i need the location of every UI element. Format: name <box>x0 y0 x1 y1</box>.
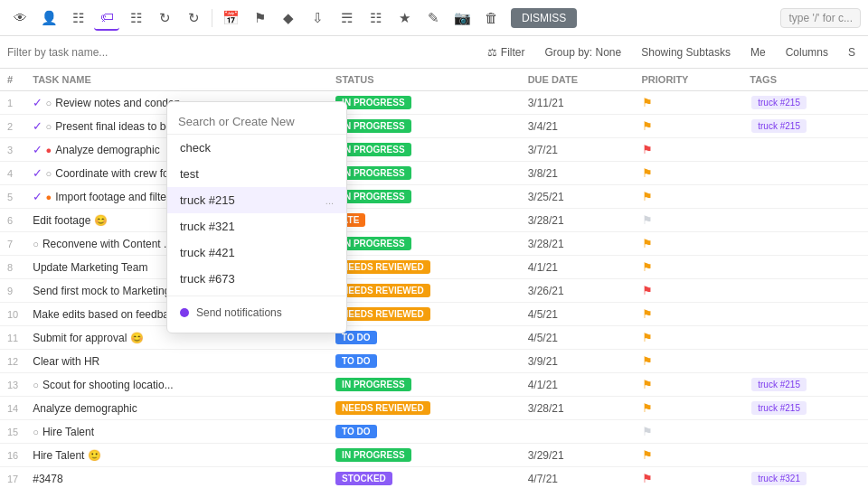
image-icon[interactable]: 📷 <box>449 5 475 31</box>
tag-icon[interactable]: 🏷 <box>94 5 119 31</box>
tags-cell[interactable] <box>742 256 868 279</box>
status-cell[interactable]: IN PROGRESS <box>328 444 521 467</box>
dropdown-item-truck673[interactable]: truck #673 <box>167 266 346 292</box>
priority-cell[interactable]: ⚑ <box>635 162 743 185</box>
tags-cell[interactable] <box>742 232 868 256</box>
item-actions-truck215[interactable]: ... <box>326 195 334 206</box>
dropdown-item-truck421[interactable]: truck #421 <box>167 239 346 266</box>
priority-cell[interactable]: ⚑ <box>635 185 743 209</box>
priority-cell[interactable]: ⚑ <box>635 397 743 420</box>
task-name-cell[interactable]: #3478 <box>25 467 328 489</box>
copy-icon[interactable]: ☴ <box>334 5 359 31</box>
col-task[interactable]: TASK NAME <box>25 69 328 91</box>
tags-cell[interactable] <box>742 185 868 209</box>
group-by-button[interactable]: Group by: None <box>540 44 627 61</box>
s-button[interactable]: S <box>843 44 861 61</box>
dropdown-search-area[interactable] <box>167 109 346 135</box>
export-icon[interactable]: ⇩ <box>305 5 330 31</box>
diamond-icon[interactable]: ◆ <box>276 5 301 31</box>
me-button[interactable]: Me <box>745 44 771 61</box>
col-status[interactable]: STATUS <box>328 69 521 91</box>
table-row[interactable]: 4 ✓ ○Coordinate with crew for cat. IN PR… <box>0 162 868 185</box>
priority-cell[interactable]: ⚑ <box>635 279 743 303</box>
status-cell[interactable]: STOCKED <box>328 467 521 489</box>
status-cell[interactable]: TO DO <box>328 420 521 444</box>
priority-cell[interactable]: ⚑ <box>635 350 743 373</box>
layers-icon[interactable]: ☷ <box>363 5 388 31</box>
subtasks-button[interactable]: Showing Subtasks <box>636 44 736 61</box>
eye-icon[interactable]: 👁 <box>7 5 33 31</box>
status-cell[interactable]: IN PROGRESS <box>328 138 521 162</box>
status-cell[interactable]: IN PROGRESS <box>328 373 521 397</box>
table-row[interactable]: 7 ○Reconvene with Content ... IN PROGRES… <box>0 232 868 256</box>
tags-cell[interactable] <box>742 162 868 185</box>
table-row[interactable]: 9 Send first mock to Marketing... NEEDS … <box>0 279 868 303</box>
status-cell[interactable]: TO DO <box>328 326 521 350</box>
grid-icon[interactable]: ☷ <box>65 5 90 31</box>
table-row[interactable]: 12 Clear with HR TO DO 3/9/21 ⚑ <box>0 350 868 373</box>
tags-cell[interactable] <box>742 138 868 162</box>
priority-cell[interactable]: ⚑ <box>635 467 743 489</box>
tags-cell[interactable]: truck #215 <box>742 115 868 138</box>
dismiss-button[interactable]: DISMISS <box>511 8 577 28</box>
priority-cell[interactable]: ⚑ <box>635 115 743 138</box>
table-row[interactable]: 5 ✓ ●Import footage and filter IN PROGRE… <box>0 185 868 209</box>
tags-cell[interactable] <box>742 209 868 232</box>
status-cell[interactable]: IN PROGRESS <box>328 232 521 256</box>
task-name-cell[interactable]: Clear with HR <box>25 350 328 373</box>
task-name-cell[interactable]: ○Scout for shooting locatio... <box>25 373 328 397</box>
tags-cell[interactable] <box>742 303 868 326</box>
star-icon[interactable]: ★ <box>392 5 417 31</box>
table-row[interactable]: 6 Edit footage 😊 ATE 3/28/21 ⚑ <box>0 209 868 232</box>
refresh-icon[interactable]: ↻ <box>152 5 177 31</box>
filter-input[interactable] <box>7 46 152 59</box>
status-cell[interactable]: NEEDS REVIEWED <box>328 279 521 303</box>
tags-cell[interactable]: truck #215 <box>742 373 868 397</box>
status-cell[interactable]: IN PROGRESS <box>328 91 521 115</box>
priority-cell[interactable]: ⚑ <box>635 444 743 467</box>
status-cell[interactable]: IN PROGRESS <box>328 185 521 209</box>
columns-button[interactable]: Columns <box>780 44 834 61</box>
priority-cell[interactable]: ⚑ <box>635 256 743 279</box>
dropdown-item-truck321[interactable]: truck #321 <box>167 213 346 239</box>
priority-cell[interactable]: ⚑ <box>635 303 743 326</box>
task-name-cell[interactable]: ○Hire Talent <box>25 420 328 444</box>
tag-dropdown[interactable]: check test truck #215 ... truck #321 tru… <box>166 101 347 333</box>
tags-cell[interactable]: truck #215 <box>742 397 868 420</box>
table-row[interactable]: 3 ✓ ●Analyze demographic IN PROGRESS 3/7… <box>0 138 868 162</box>
tags-cell[interactable] <box>742 279 868 303</box>
task-name-cell[interactable]: Analyze demographic <box>25 397 328 420</box>
tags-cell[interactable] <box>742 420 868 444</box>
table-row[interactable]: 13 ○Scout for shooting locatio... IN PRO… <box>0 373 868 397</box>
table-row[interactable]: 11 Submit for approval 😊 TO DO 4/5/21 ⚑ <box>0 326 868 350</box>
filter-button[interactable]: ⚖ Filter <box>482 44 531 61</box>
priority-cell[interactable]: ⚑ <box>635 326 743 350</box>
calendar-icon[interactable]: 📅 <box>218 5 243 31</box>
user-icon[interactable]: 👤 <box>36 5 61 31</box>
status-cell[interactable]: IN PROGRESS <box>328 115 521 138</box>
status-cell[interactable]: TO DO <box>328 350 521 373</box>
tags-cell[interactable]: truck #215 <box>742 91 868 115</box>
task-name-cell[interactable]: Hire Talent 🙂 <box>25 444 328 467</box>
table-row[interactable]: 8 Update Marketing Team NEEDS REVIEWED 4… <box>0 256 868 279</box>
table-row[interactable]: 16 Hire Talent 🙂 IN PROGRESS 3/29/21 ⚑ <box>0 444 868 467</box>
status-cell[interactable]: NEEDS REVIEWED <box>328 256 521 279</box>
status-cell[interactable]: IN PROGRESS <box>328 162 521 185</box>
trash-icon[interactable]: 🗑 <box>478 5 504 31</box>
table-row[interactable]: 10 Make edits based on feedba... NEEDS R… <box>0 303 868 326</box>
priority-cell[interactable]: ⚑ <box>635 209 743 232</box>
dropdown-search-input[interactable] <box>178 115 335 128</box>
flag-icon[interactable]: ⚑ <box>247 5 272 31</box>
status-cell[interactable]: NEEDS REVIEWED <box>328 397 521 420</box>
table-row[interactable]: 2 ✓ ○Present final ideas to boa. IN PROG… <box>0 115 868 138</box>
tags-cell[interactable] <box>742 350 868 373</box>
col-due[interactable]: DUE DATE <box>521 69 635 91</box>
edit-icon[interactable]: ✎ <box>420 5 446 31</box>
col-tags[interactable]: TAGS <box>742 69 868 91</box>
priority-cell[interactable]: ⚑ <box>635 420 743 444</box>
priority-cell[interactable]: ⚑ <box>635 91 743 115</box>
table-row[interactable]: 15 ○Hire Talent TO DO ⚑ <box>0 420 868 444</box>
priority-cell[interactable]: ⚑ <box>635 373 743 397</box>
status-cell[interactable]: NEEDS REVIEWED <box>328 303 521 326</box>
table-row[interactable]: 1 ✓ ○Review notes and conden. IN PROGRES… <box>0 91 868 115</box>
